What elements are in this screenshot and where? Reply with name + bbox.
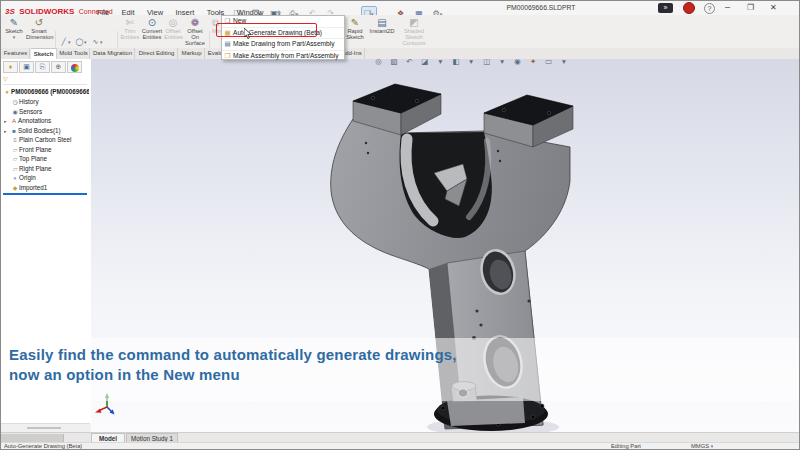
chevron-down-icon[interactable]: ▾: [466, 56, 477, 67]
menu-item-auto-generate-drawing[interactable]: ▦Auto-Generate Drawing (Beta): [222, 28, 344, 40]
model-left-flange: [353, 84, 441, 154]
caption-line-2: now an option in the New menu: [9, 365, 457, 385]
offset-on-surface-icon: ❁: [183, 17, 207, 28]
close-icon[interactable]: ✕: [770, 1, 777, 14]
trim-entities-icon: ✄: [120, 17, 140, 28]
offset-entities-button: ◎ Offset Entities: [164, 17, 182, 40]
model-u-cavity: [400, 132, 492, 238]
tab-data-migration[interactable]: Data Migration: [91, 48, 135, 59]
model-upper-bore: [477, 247, 519, 297]
edit-appearance-icon[interactable]: ✦: [528, 56, 539, 67]
section-view-icon[interactable]: ◪: [419, 56, 430, 67]
dimxpertmanager-tab[interactable]: ⊕: [51, 61, 66, 73]
tab-mold-tools[interactable]: Mold Tools: [58, 48, 90, 59]
circle-tool-icon[interactable]: ◯: [75, 37, 84, 46]
tab-markup[interactable]: Markup: [179, 48, 205, 59]
smart-dimension-button[interactable]: ↺ Smart Dimension: [26, 17, 52, 40]
featuremanager-tree-tab[interactable]: ♦: [3, 61, 18, 73]
feature-tree-icon: ♦: [9, 63, 13, 70]
line-tool-icon[interactable]: ╱: [59, 37, 68, 46]
view-orientation-icon[interactable]: ◧: [450, 56, 461, 67]
document-title: PM00069666.SLDPRT: [471, 1, 611, 15]
dimxpert-icon: ⊕: [56, 63, 62, 70]
instant2d-button[interactable]: ▤ Instant2D: [369, 17, 395, 34]
auto-generate-drawing-icon: ▦: [222, 28, 233, 39]
zoom-fit-icon[interactable]: ◎: [373, 56, 384, 67]
rapid-sketch-button[interactable]: ✎ Rapid Sketch: [344, 17, 366, 40]
model-column-foot: [447, 397, 525, 426]
new-document-icon: ❏: [222, 16, 233, 27]
display-manager-icon: [71, 64, 79, 72]
tree-filter[interactable]: ▽: [3, 75, 87, 85]
panel-hscrollbar[interactable]: [1, 423, 90, 432]
model-right-flange: [484, 95, 573, 162]
rollback-bar[interactable]: [3, 193, 87, 195]
filter-icon: ▽: [3, 76, 8, 82]
convert-entities-icon: ⊙: [141, 17, 163, 28]
title-bar: 3S SOLIDWORKS Connected File Edit View I…: [1, 1, 800, 16]
chevron-down-icon[interactable]: ▾: [435, 56, 446, 67]
smart-dimension-icon: ↺: [26, 17, 52, 28]
hide-show-items-icon[interactable]: ◉: [512, 56, 523, 67]
part-icon: ♦: [3, 88, 11, 98]
make-assembly-icon: ❒: [222, 51, 233, 62]
menu-item-make-assembly[interactable]: ❒Make Assembly from Part/Assembly: [222, 51, 344, 62]
configuration-manager-icon: ⎘: [40, 63, 46, 70]
user-avatar[interactable]: [683, 2, 695, 14]
previous-view-icon[interactable]: ↶: [404, 56, 415, 67]
configurationmanager-tab[interactable]: ⎘: [35, 61, 50, 73]
trim-entities-button: ✄ Trim Entities: [120, 17, 140, 40]
sketch-icon: ✎: [3, 17, 25, 28]
instant2d-icon: ▤: [369, 17, 395, 28]
propertymanager-tab[interactable]: ▣: [19, 61, 34, 73]
view-settings-icon[interactable]: ▭: [543, 56, 554, 67]
chevron-down-icon[interactable]: ▾: [558, 56, 569, 67]
help-icon[interactable]: ?: [704, 3, 715, 14]
tab-direct-editing[interactable]: Direct Editing: [136, 48, 178, 59]
spline-tool-icon[interactable]: ∿: [91, 37, 100, 46]
make-drawing-icon: ▤: [222, 39, 233, 50]
whats-new-badge[interactable]: »: [658, 3, 673, 13]
convert-entities-button[interactable]: ⊙ Convert Entities: [141, 17, 163, 40]
solidworks-window: 3S SOLIDWORKS Connected File Edit View I…: [0, 0, 800, 450]
imported-feature-icon: ◆: [11, 184, 19, 194]
new-dropdown-menu: ❏New ▦Auto-Generate Drawing (Beta) ▤Make…: [221, 15, 345, 60]
shaded-sketch-contours-button: ◩ Shaded Sketch Contours: [399, 17, 429, 46]
brand-name: SOLIDWORKS: [19, 7, 74, 15]
3ds-logo-icon: 3S: [5, 7, 15, 15]
sketch-button[interactable]: ✎ Sketch▾: [3, 17, 25, 40]
offset-on-surface-button[interactable]: ❁ Offset On Surface: [183, 17, 207, 46]
tab-features[interactable]: Features: [2, 48, 30, 59]
restore-icon[interactable]: ❐: [747, 1, 754, 14]
tree-root[interactable]: ♦PM00069666 (PM00069666)<<Def: [3, 87, 89, 98]
minimize-icon[interactable]: –: [725, 1, 730, 14]
model-highlight: [406, 139, 433, 221]
displaymanager-tab[interactable]: [67, 61, 82, 73]
property-manager-icon: ▣: [23, 63, 30, 70]
menu-item-new[interactable]: ❏New: [222, 16, 344, 28]
menu-item-make-drawing[interactable]: ▤Make Drawing from Part/Assembly: [222, 39, 344, 51]
offset-entities-icon: ◎: [164, 17, 182, 28]
caption-text: Easily find the command to automatically…: [9, 345, 457, 384]
tree-item-imported1[interactable]: ◆Imported1: [11, 183, 89, 194]
model-rib: [434, 164, 467, 191]
zoom-area-icon[interactable]: ▧: [388, 56, 399, 67]
ribbon: ✎ Sketch▾ ↺ Smart Dimension ╱▾ ◯▾ ∿▾ ▣ ▭…: [1, 15, 800, 49]
shaded-sketch-contours-icon: ◩: [399, 17, 429, 28]
display-style-icon[interactable]: ◫: [481, 56, 492, 67]
rapid-sketch-icon: ✎: [344, 17, 366, 28]
chevron-down-icon[interactable]: ▾: [497, 56, 508, 67]
headsup-toolbar: ◎ ▧ ↶ ◪ ▾ ◧ ▾ ◫ ▾ ◉ ✦ ▭ ▾: [373, 50, 569, 68]
caption-line-1: Easily find the command to automatically…: [9, 345, 457, 365]
